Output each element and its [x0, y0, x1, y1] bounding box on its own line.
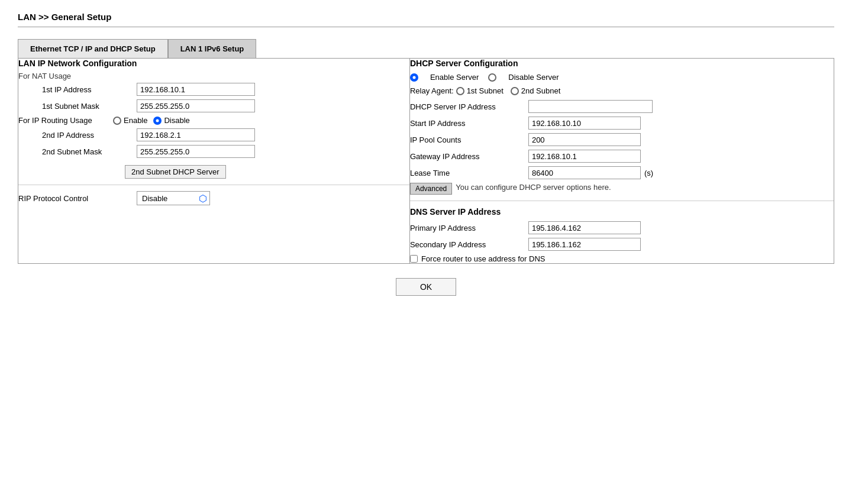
lease-time-label: Lease Time [410, 169, 528, 177]
disable-server-radio[interactable] [488, 73, 496, 82]
force-router-label: Force router to use address for DNS [421, 254, 546, 263]
relay-2nd-label: 2nd Subnet [521, 86, 561, 95]
pool-counts-label: IP Pool Counts [410, 135, 528, 144]
start-ip-row: Start IP Address [410, 117, 834, 130]
disable-label: Disable [164, 116, 189, 125]
gateway-ip-label: Gateway IP Address [410, 152, 528, 161]
ok-button[interactable]: OK [396, 278, 456, 296]
right-panel: DHCP Server Configuration Enable Server … [409, 59, 834, 264]
enable-server-radio[interactable] [410, 73, 418, 82]
for-nat-label: For NAT Usage [18, 72, 409, 80]
rip-label: RIP Protocol Control [18, 194, 137, 203]
dhcp-server-ip-input[interactable] [528, 100, 653, 113]
advanced-button[interactable]: Advanced [410, 183, 452, 195]
primary-ip-label: Primary IP Address [410, 224, 528, 232]
lease-time-input[interactable] [528, 166, 641, 179]
pool-counts-row: IP Pool Counts [410, 133, 834, 146]
primary-ip-row: Primary IP Address [410, 221, 834, 234]
secondary-ip-input[interactable] [528, 238, 641, 251]
force-router-row: Force router to use address for DNS [410, 254, 834, 263]
for-routing-label: For IP Routing Usage [18, 116, 113, 125]
lease-unit: (s) [644, 169, 653, 177]
start-ip-label: Start IP Address [410, 119, 528, 128]
subnet-dhcp-btn-row: 2nd Subnet DHCP Server [18, 161, 409, 179]
primary-ip-input[interactable] [528, 221, 641, 234]
relay-label: Relay Agent: [410, 86, 454, 95]
advanced-row: Advanced You can configure DHCP server o… [410, 183, 834, 195]
lan-ip-section-title: LAN IP Network Configuration [18, 59, 409, 68]
ip2-label: 2nd IP Address [30, 131, 137, 140]
relay-1st-radio[interactable] [456, 87, 464, 95]
advanced-text: You can configure DHCP server options he… [456, 183, 611, 192]
dhcp-server-ip-row: DHCP Server IP Address [410, 100, 834, 113]
left-panel: LAN IP Network Configuration For NAT Usa… [18, 59, 410, 264]
force-router-checkbox[interactable] [410, 255, 418, 263]
relay-2nd-radio[interactable] [511, 87, 519, 95]
gateway-ip-row: Gateway IP Address [410, 150, 834, 163]
tab-ethernet[interactable]: Ethernet TCP / IP and DHCP Setup [18, 39, 168, 58]
pool-counts-input[interactable] [528, 133, 641, 146]
ip2-input[interactable] [137, 128, 255, 141]
gateway-ip-input[interactable] [528, 150, 641, 163]
for-routing-row: For IP Routing Usage Enable Disable [18, 116, 409, 125]
subnet-dhcp-button[interactable]: 2nd Subnet DHCP Server [125, 165, 226, 179]
mask2-row: 2nd Subnet Mask [18, 145, 409, 158]
enable-label: Enable [124, 116, 147, 125]
lease-time-row: Lease Time (s) [410, 166, 834, 179]
title-divider [18, 27, 834, 27]
disable-radio[interactable] [153, 117, 162, 125]
ip2-row: 2nd IP Address [18, 128, 409, 141]
secondary-ip-row: Secondary IP Address [410, 238, 834, 251]
tab-ipv6[interactable]: LAN 1 IPv6 Setup [168, 39, 257, 58]
ip1-input[interactable] [137, 83, 255, 96]
ip1-label: 1st IP Address [30, 85, 137, 94]
rip-row: RIP Protocol Control Disable Enable ⬡ [18, 191, 409, 205]
mask1-label: 1st Subnet Mask [30, 102, 137, 111]
tabs-row: Ethernet TCP / IP and DHCP Setup LAN 1 I… [18, 39, 834, 58]
mask1-input[interactable] [137, 99, 255, 112]
mask2-input[interactable] [137, 145, 255, 158]
main-table: LAN IP Network Configuration For NAT Usa… [18, 58, 834, 264]
start-ip-input[interactable] [528, 117, 641, 130]
rip-select-wrapper[interactable]: Disable Enable ⬡ [137, 191, 210, 205]
right-divider [410, 201, 834, 201]
select-arrow-icon: ⬡ [199, 193, 207, 204]
ip1-row: 1st IP Address [18, 83, 409, 96]
dhcp-server-ip-label: DHCP Server IP Address [410, 102, 528, 111]
enable-server-label: Enable Server [430, 73, 479, 82]
secondary-ip-label: Secondary IP Address [410, 240, 528, 249]
rip-select[interactable]: Disable Enable [140, 191, 199, 205]
mask1-row: 1st Subnet Mask [18, 99, 409, 112]
dhcp-section-title: DHCP Server Configuration [410, 59, 834, 68]
dns-section-title: DNS Server IP Address [410, 207, 834, 217]
mask2-label: 2nd Subnet Mask [30, 147, 137, 156]
enable-radio[interactable] [113, 117, 121, 125]
disable-server-label: Disable Server [508, 73, 559, 82]
page-title: LAN >> General Setup [18, 12, 834, 22]
dhcp-enable-row: Enable Server Disable Server [410, 73, 834, 82]
left-divider [18, 185, 409, 185]
ok-row: OK [18, 278, 834, 296]
relay-row: Relay Agent: 1st Subnet 2nd Subnet [410, 86, 834, 95]
relay-1st-label: 1st Subnet [467, 86, 504, 95]
